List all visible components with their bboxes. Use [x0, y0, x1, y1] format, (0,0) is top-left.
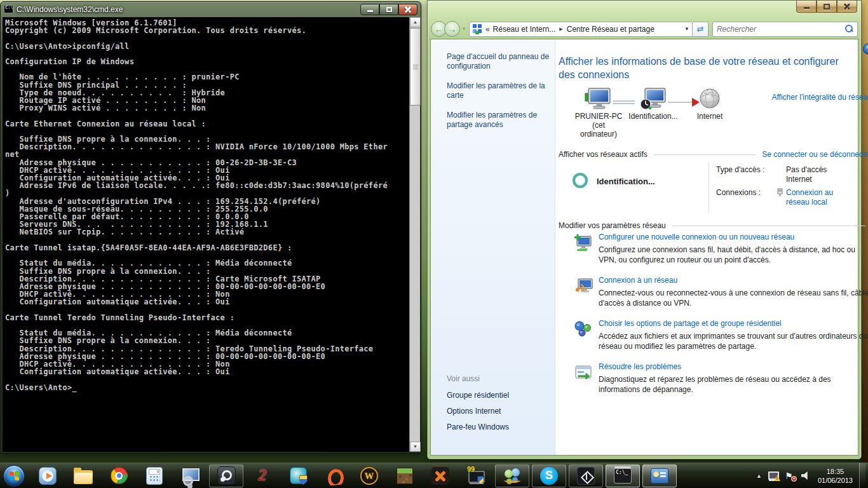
taskbar-calculator[interactable]	[137, 463, 172, 488]
taskbar: 2 W 99 S ▲ ⚑× 18:35 01/06/2013	[0, 463, 868, 488]
start-button[interactable]	[3, 465, 25, 487]
folder-icon	[74, 470, 93, 484]
divider	[709, 163, 709, 212]
taskbar-messenger[interactable]	[495, 464, 529, 487]
breadcrumb-overflow-chevron[interactable]: «	[485, 25, 490, 34]
taskbar-windows-media-player[interactable]	[30, 463, 65, 488]
address-dropdown-icon[interactable]: ▼	[681, 26, 689, 32]
scrollbar-thumb[interactable]	[410, 28, 421, 105]
connect-to-network-icon	[573, 276, 593, 308]
taskbar-skyrim[interactable]	[569, 464, 603, 487]
cmd-minimize-button[interactable]	[360, 4, 379, 15]
explorer-close-button[interactable]	[837, 1, 857, 13]
xfire-icon	[431, 467, 449, 485]
forward-button[interactable]: →	[444, 21, 460, 37]
taskbar-xfire[interactable]	[423, 463, 458, 488]
warning-icon	[774, 475, 780, 481]
page-title: Afficher les informations de base de vot…	[559, 55, 851, 81]
clock-time: 18:35	[818, 467, 853, 476]
sidebar-item-windows-firewall[interactable]: Pare-feu Windows	[447, 423, 509, 431]
taskbar-guild-wars-2[interactable]: 2	[245, 463, 280, 488]
cmd-titlebar[interactable]: C:\Windows\system32\cmd.exe	[1, 2, 421, 17]
taskbar-steam[interactable]	[209, 464, 243, 487]
taskbar-skype[interactable]: S	[532, 464, 566, 487]
taskbar-google-chrome[interactable]	[101, 463, 137, 488]
chrome-icon	[111, 467, 128, 484]
minimize-icon	[367, 10, 373, 12]
show-desktop-button[interactable]	[859, 463, 865, 488]
taskbar-network-sharing-center[interactable]	[642, 464, 677, 487]
new-connection-icon	[573, 233, 593, 265]
explorer-minimize-button[interactable]	[796, 1, 817, 13]
search-icon[interactable]	[845, 25, 853, 33]
taskbar-app-99[interactable]: 99	[458, 463, 494, 488]
task-connect-to-network[interactable]: Connexion à un réseau Connectez-vous ou …	[559, 276, 868, 308]
breadcrumb-item-current[interactable]: Centre Réseau et partage	[567, 25, 654, 34]
monitor-icon: 99	[466, 466, 485, 485]
sidebar-item-adapter-settings[interactable]: Modifier les paramètres de la carte	[447, 81, 555, 100]
taskbar-command-prompt[interactable]	[606, 464, 640, 487]
control-panel-sidebar: Page d'accueil du panneau de configurati…	[431, 39, 555, 455]
breadcrumb-item-network-internet[interactable]: Réseau et Intern...	[493, 25, 556, 34]
scroll-down-icon[interactable]: ▼	[410, 442, 421, 452]
connect-disconnect-link[interactable]: Se connecter ou se déconnecter	[762, 150, 868, 159]
sidebar-item-advanced-sharing[interactable]: Modifier les paramètres de partage avanc…	[447, 111, 555, 130]
action-center-flag-icon[interactable]: ⚑×	[785, 471, 795, 481]
divider	[654, 154, 756, 155]
close-icon	[405, 6, 412, 13]
console-screen[interactable]: Microsoft Windows [version 6.1.7601] Cop…	[3, 17, 409, 452]
network-status-warning-icon[interactable]	[768, 471, 778, 480]
task-title[interactable]: Résoudre les problèmes	[599, 362, 868, 371]
help-icon[interactable]: ?	[863, 43, 868, 55]
calculator-icon	[146, 467, 163, 485]
cmd-window: C:\Windows\system32\cmd.exe Microsoft Wi…	[0, 1, 421, 454]
history-dropdown-icon[interactable]: ▼	[461, 26, 466, 32]
breadcrumb-separator-icon[interactable]: ▶	[559, 27, 562, 32]
taskbar-teal-game[interactable]	[280, 463, 316, 488]
explorer-titlebar[interactable]	[428, 1, 791, 18]
homegroup-sharing-icon	[573, 319, 593, 351]
sidebar-item-internet-options[interactable]: Options Internet	[447, 407, 509, 416]
task-troubleshoot[interactable]: Résoudre les problèmes Diagnostiquez et …	[559, 362, 868, 395]
cmd-restore-button[interactable]	[379, 4, 398, 15]
volume-icon[interactable]	[801, 471, 810, 480]
access-type-value: Pas d'accès Internet	[786, 165, 844, 184]
taskbar-clock[interactable]: 18:35 01/06/2013	[818, 467, 853, 485]
task-new-connection[interactable]: Configurer une nouvelle connexion ou un …	[559, 233, 868, 265]
sidebar-item-control-panel-home[interactable]: Page d'accueil du panneau de configurati…	[447, 52, 555, 71]
search-input[interactable]	[717, 25, 845, 34]
world-of-warcraft-icon: W	[360, 467, 378, 485]
task-description: Diagnostiquez et réparez les problèmes d…	[599, 374, 868, 395]
scroll-up-icon[interactable]: ▲	[410, 17, 421, 27]
explorer-maximize-button[interactable]	[817, 1, 837, 13]
task-description: Accédez aux fichiers et aux imprimantes …	[599, 331, 868, 351]
search-box[interactable]	[712, 22, 858, 37]
task-title[interactable]: Configurer une nouvelle connexion ou un …	[599, 233, 868, 241]
sidebar-item-homegroup[interactable]: Groupe résidentiel	[447, 391, 509, 400]
taskbar-origin[interactable]	[316, 463, 351, 488]
taskbar-world-of-warcraft[interactable]: W	[351, 463, 387, 488]
task-title[interactable]: Choisir les options de partage et de gro…	[599, 319, 868, 328]
identifying-network-status-icon	[573, 173, 588, 188]
system-tray: ▲ ⚑× 18:35 01/06/2013	[756, 463, 868, 488]
map-node-sublabel: (cet ordinateur)	[574, 121, 623, 139]
map-node-internet[interactable]: Internet	[689, 88, 730, 121]
cmd-close-button[interactable]	[398, 4, 417, 15]
task-title[interactable]: Connexion à un réseau	[599, 276, 868, 285]
task-homegroup-sharing[interactable]: Choisir les options de partage et de gro…	[559, 319, 868, 351]
refresh-button[interactable]: ⇄	[693, 22, 709, 37]
messenger-buddies-icon	[503, 467, 522, 485]
local-area-connection-link[interactable]: Connexion au réseau local	[786, 188, 855, 207]
network-breadcrumb-icon	[472, 24, 482, 34]
taskbar-minecraft[interactable]	[387, 463, 423, 488]
view-full-map-link[interactable]: Afficher l'intégralité du réseau	[772, 93, 868, 102]
origin-icon	[325, 467, 342, 485]
taskbar-windows-explorer[interactable]	[65, 463, 101, 488]
count-badge: 99	[467, 465, 475, 473]
show-hidden-icons-button[interactable]: ▲	[756, 473, 762, 479]
map-node-this-computer[interactable]: PRUNIER-PC (cet ordinateur)	[574, 88, 623, 139]
address-bar[interactable]: « Réseau et Intern... ▶ Centre Réseau et…	[469, 22, 693, 37]
taskbar-remote-desktop-viewer[interactable]	[172, 463, 208, 488]
map-node-identification[interactable]: Identification...	[626, 88, 681, 121]
console-scrollbar[interactable]: ▲ ▼	[409, 17, 420, 452]
